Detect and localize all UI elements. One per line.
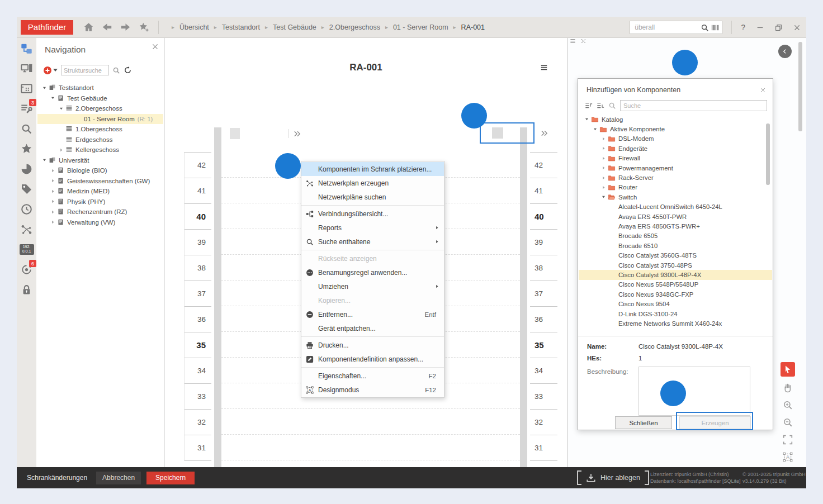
- zoom-in-button[interactable]: [782, 399, 794, 411]
- arrow-right-icon[interactable]: [50, 220, 57, 225]
- description-field[interactable]: [638, 367, 750, 416]
- menu-item[interactable]: Verbindungsübersicht...: [301, 207, 444, 221]
- sidebar-module-button[interactable]: 3: [17, 98, 36, 118]
- menu-item[interactable]: Drucken...: [301, 338, 444, 352]
- back-icon[interactable]: [102, 22, 112, 32]
- arrow-right-icon[interactable]: [50, 178, 57, 183]
- menu-item[interactable]: Netzwerkplan erzeugen: [301, 176, 444, 190]
- close-icon[interactable]: [760, 85, 766, 96]
- arrow-right-icon[interactable]: [59, 148, 65, 153]
- catalog-item[interactable]: Cisco Catalyst 3750-48PS: [579, 260, 772, 270]
- rack-slot[interactable]: [221, 409, 520, 435]
- arrow-down-icon[interactable]: [584, 117, 591, 122]
- double-chevron-right-icon[interactable]: [540, 129, 548, 137]
- catalog-item[interactable]: Rack-Server: [579, 173, 772, 182]
- menu-item[interactable]: Rückseite anzeigen: [301, 251, 444, 265]
- arrow-right-icon[interactable]: [50, 189, 57, 194]
- catalog-item[interactable]: Avaya ERS 4550T-PWR: [579, 212, 772, 221]
- collapse-panel-button[interactable]: [778, 45, 792, 58]
- page-button[interactable]: [273, 128, 283, 139]
- tree-item[interactable]: Physik (PHY): [37, 197, 163, 207]
- sidebar-module-button[interactable]: 6: [17, 259, 36, 279]
- sidebar-module-button[interactable]: [17, 58, 36, 78]
- pan-tool-button[interactable]: [782, 382, 794, 394]
- restore-icon[interactable]: [775, 24, 782, 31]
- catalog-item[interactable]: Cisco Nexus 9504: [579, 299, 772, 308]
- arrow-down-icon[interactable]: [593, 127, 599, 132]
- menu-item[interactable]: Entfernen... Entf: [301, 307, 444, 321]
- tree-item[interactable]: Biologie (BIO): [37, 165, 163, 176]
- breadcrumb-item[interactable]: 2.Obergeschoss: [316, 23, 380, 31]
- tree-item[interactable]: Teststandort: [37, 83, 163, 93]
- sidebar-module-button[interactable]: [17, 139, 36, 159]
- catalog-item[interactable]: Cisco Catalyst 9300L-48P-4X: [579, 270, 772, 279]
- sidebar-module-button[interactable]: [17, 38, 36, 58]
- sidebar-module-button[interactable]: [17, 199, 36, 219]
- sidebar-module-button[interactable]: [17, 279, 36, 299]
- catalog-item[interactable]: Firewall: [579, 154, 772, 163]
- menu-item[interactable]: Eigenschaften... F2: [301, 369, 444, 383]
- refresh-icon[interactable]: [124, 66, 132, 74]
- fit-view-button[interactable]: [782, 434, 794, 446]
- menu-item[interactable]: Kopieren...: [301, 293, 444, 307]
- close-icon[interactable]: [152, 42, 159, 50]
- app-logo[interactable]: Pathfinder: [21, 20, 73, 35]
- catalog-item[interactable]: Aktive Komponente: [579, 124, 772, 134]
- arrow-right-icon[interactable]: [601, 156, 608, 161]
- dock-menu-icon[interactable]: [570, 38, 576, 44]
- zoom-out-button[interactable]: [782, 416, 794, 429]
- scrollbar[interactable]: [766, 123, 770, 185]
- collapse-all-icon[interactable]: [585, 102, 593, 110]
- double-chevron-right-icon[interactable]: [293, 130, 301, 138]
- menu-item[interactable]: Reports: [301, 221, 444, 235]
- global-search[interactable]: [630, 21, 722, 34]
- menu-item[interactable]: Designmodus F12: [301, 383, 444, 397]
- catalog-item[interactable]: Cisco Nexus 5548P/5548UP: [579, 280, 772, 289]
- arrow-right-icon[interactable]: [50, 168, 57, 173]
- catalog-item[interactable]: Powermanagement: [579, 163, 772, 173]
- barcode-icon[interactable]: [711, 23, 720, 32]
- home-icon[interactable]: [83, 22, 94, 32]
- arrow-right-icon[interactable]: [50, 210, 57, 215]
- tree-item[interactable]: Medizin (MED): [37, 186, 163, 197]
- design-mode-button[interactable]: [782, 451, 794, 463]
- breadcrumb-item[interactable]: 01 - Server Room: [380, 23, 448, 31]
- arrow-right-icon[interactable]: [601, 175, 608, 180]
- global-search-input[interactable]: [635, 23, 698, 31]
- structure-search-input[interactable]: [61, 65, 109, 75]
- arrow-down-icon[interactable]: [42, 158, 49, 163]
- page-button[interactable]: [244, 128, 254, 139]
- catalog-item[interactable]: Router: [579, 183, 772, 192]
- tree-item[interactable]: Geisteswissenschaften (GW): [37, 176, 163, 187]
- catalog-item[interactable]: Brocade 6505: [579, 231, 772, 241]
- close-button[interactable]: Schließen: [615, 416, 672, 429]
- tree-item[interactable]: Kellergeschoss: [37, 145, 163, 155]
- close-icon[interactable]: [793, 24, 801, 31]
- menu-item[interactable]: Suche enthaltene: [301, 235, 444, 249]
- view-toggle-button[interactable]: [508, 127, 519, 139]
- arrow-right-icon[interactable]: [601, 146, 608, 151]
- sidebar-module-button[interactable]: [17, 78, 36, 98]
- arrow-down-icon[interactable]: [42, 85, 49, 91]
- arrow-right-icon[interactable]: [601, 185, 608, 190]
- arrow-down-icon[interactable]: [50, 96, 57, 101]
- catalog-item[interactable]: DSL-Modem: [579, 134, 772, 144]
- catalog-item[interactable]: Endgeräte: [579, 144, 772, 153]
- tree-item[interactable]: Rechenzentrum (RZ): [37, 207, 163, 217]
- select-tool-button[interactable]: [781, 362, 795, 377]
- catalog-search-input[interactable]: [620, 100, 767, 111]
- catalog-item[interactable]: D-Link DGS-3100-24: [579, 309, 772, 318]
- arrow-down-icon[interactable]: [59, 106, 65, 111]
- arrow-right-icon[interactable]: [601, 136, 608, 141]
- tree-item[interactable]: 2.Obergeschoss: [37, 103, 163, 114]
- menu-item[interactable]: Komponentendefinition anpassen...: [301, 352, 444, 366]
- arrow-right-icon[interactable]: [601, 165, 608, 170]
- page-button[interactable]: [230, 128, 240, 139]
- search-icon[interactable]: [112, 66, 120, 74]
- expand-all-icon[interactable]: [597, 102, 604, 110]
- menu-item[interactable]: Umziehen: [301, 279, 444, 293]
- sidebar-module-button[interactable]: [17, 219, 36, 239]
- catalog-item[interactable]: Switch: [579, 192, 772, 202]
- breadcrumb-item[interactable]: RA-001: [448, 23, 485, 31]
- arrow-down-icon[interactable]: [601, 194, 608, 199]
